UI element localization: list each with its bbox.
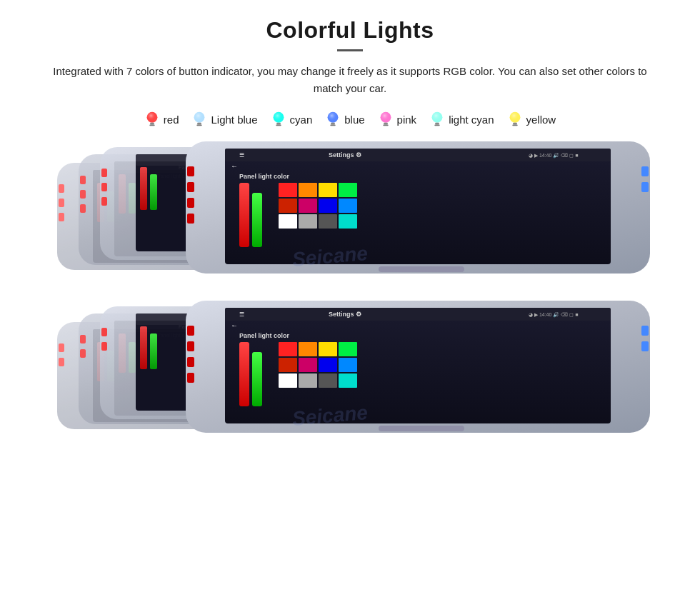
svg-rect-142 [641, 341, 649, 351]
color-item-lightblue: Light blue [191, 110, 257, 129]
svg-rect-52 [140, 167, 147, 210]
svg-rect-68 [279, 183, 297, 197]
color-item-yellow: yellow [507, 110, 556, 129]
color-label-blue: blue [344, 114, 364, 126]
svg-point-17 [380, 112, 391, 123]
svg-rect-45 [80, 190, 86, 199]
svg-rect-112 [101, 342, 107, 351]
svg-rect-11 [276, 124, 281, 126]
svg-rect-54 [101, 169, 107, 177]
svg-rect-102 [80, 335, 86, 343]
svg-rect-19 [383, 124, 388, 126]
svg-rect-81 [187, 166, 194, 176]
svg-text:◕ ▶ 14:40  🔊 ⌫ ◻ ■: ◕ ▶ 14:40 🔊 ⌫ ◻ ■ [529, 311, 578, 318]
color-label-red: red [164, 114, 179, 126]
svg-text:Panel light color: Panel light color [239, 332, 290, 339]
cyan-bulb-icon [271, 110, 286, 129]
svg-text:Settings  ⚙: Settings ⚙ [329, 151, 361, 159]
svg-rect-84 [187, 214, 194, 224]
lightblue-bulb-icon [191, 110, 207, 129]
description-text: Integrated with 7 colors of button indic… [43, 63, 657, 97]
svg-rect-103 [80, 349, 86, 358]
svg-rect-126 [319, 342, 337, 356]
svg-rect-125 [299, 342, 317, 356]
svg-rect-66 [239, 183, 249, 247]
svg-rect-79 [339, 214, 357, 229]
svg-rect-137 [187, 326, 194, 336]
svg-point-5 [194, 112, 205, 123]
svg-rect-73 [299, 199, 317, 213]
svg-rect-70 [319, 183, 337, 197]
svg-rect-23 [434, 124, 439, 126]
svg-rect-140 [187, 373, 194, 383]
lightcyan-bulb-icon [429, 110, 445, 129]
svg-rect-34 [59, 184, 64, 193]
svg-rect-74 [319, 199, 337, 213]
title-divider [337, 49, 363, 51]
svg-rect-10 [276, 123, 281, 125]
svg-rect-22 [435, 123, 439, 125]
color-item-blue: blue [325, 110, 364, 129]
svg-text:←: ← [231, 162, 238, 170]
bottom-units-svg: Panel light c... Panel light c... [43, 301, 657, 454]
svg-text:☰: ☰ [239, 311, 244, 318]
color-item-red: red [144, 110, 179, 129]
svg-rect-6 [198, 123, 202, 125]
blue-bulb-icon [325, 110, 341, 129]
svg-point-21 [432, 112, 443, 123]
svg-rect-80 [379, 266, 464, 272]
svg-rect-76 [279, 214, 297, 229]
svg-rect-122 [239, 342, 249, 406]
svg-rect-27 [512, 124, 517, 126]
svg-rect-77 [299, 214, 317, 229]
color-label-lightcyan: light cyan [449, 114, 494, 126]
svg-rect-135 [339, 373, 357, 388]
svg-rect-127 [339, 342, 357, 356]
svg-rect-55 [101, 183, 107, 191]
svg-text:Panel light color: Panel light color [239, 173, 290, 180]
svg-rect-111 [101, 328, 107, 336]
svg-text:☰: ☰ [239, 152, 244, 159]
svg-rect-131 [339, 358, 357, 372]
svg-rect-136 [379, 426, 464, 431]
svg-rect-67 [252, 193, 262, 247]
svg-point-9 [273, 112, 284, 123]
color-item-pink: pink [378, 110, 417, 129]
car-units-display: Panel light c... Panel light c... [29, 141, 671, 612]
svg-rect-124 [279, 342, 297, 356]
svg-point-25 [509, 112, 520, 123]
color-item-lightcyan: light cyan [429, 110, 494, 129]
svg-rect-56 [101, 197, 107, 206]
yellow-bulb-icon [507, 110, 523, 129]
svg-rect-133 [299, 373, 317, 388]
svg-rect-139 [187, 357, 194, 367]
svg-rect-132 [279, 373, 297, 388]
svg-rect-130 [319, 358, 337, 372]
svg-rect-15 [331, 124, 336, 126]
color-label-pink: pink [397, 114, 417, 126]
red-bulb-icon [144, 110, 160, 129]
bottom-unit-group: Panel light c... Panel light c... [43, 301, 657, 454]
svg-rect-7 [197, 124, 202, 126]
svg-rect-26 [513, 123, 517, 125]
svg-text:◕ ▶ 14:40  🔊 ⌫ ◻ ■: ◕ ▶ 14:40 🔊 ⌫ ◻ ■ [529, 152, 578, 159]
svg-text:←: ← [231, 321, 238, 329]
svg-point-13 [328, 112, 339, 123]
svg-rect-35 [59, 199, 64, 207]
svg-rect-14 [331, 123, 335, 125]
svg-rect-109 [140, 326, 147, 369]
top-unit-group: Panel light c... Panel light c... [43, 141, 657, 295]
svg-rect-141 [641, 326, 649, 336]
svg-rect-94 [59, 358, 64, 366]
svg-rect-53 [150, 174, 157, 210]
page-title: Colorful Lights [266, 17, 434, 44]
svg-rect-72 [279, 199, 297, 213]
svg-rect-86 [641, 182, 649, 192]
svg-rect-129 [299, 358, 317, 372]
svg-rect-44 [80, 176, 86, 184]
svg-rect-134 [319, 373, 337, 388]
svg-rect-83 [187, 198, 194, 208]
pink-bulb-icon [378, 110, 394, 129]
svg-rect-18 [384, 123, 388, 125]
svg-rect-46 [80, 204, 86, 213]
